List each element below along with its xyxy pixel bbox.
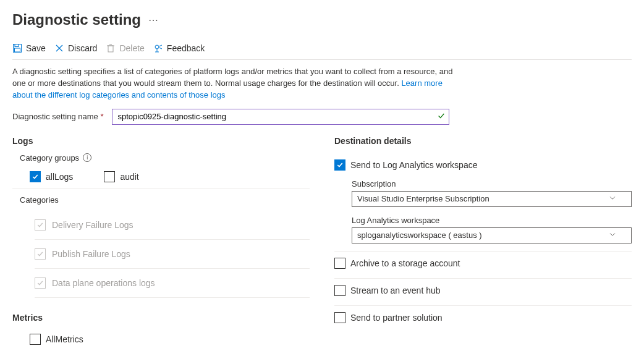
chevron-down-icon bbox=[609, 194, 616, 203]
chevron-down-icon bbox=[609, 231, 616, 240]
more-actions-icon[interactable]: ⋯ bbox=[146, 12, 161, 28]
discard-icon bbox=[54, 43, 64, 53]
intro-text: A diagnostic setting specifies a list of… bbox=[12, 66, 457, 101]
checkbox-unchecked-icon bbox=[104, 171, 115, 182]
allmetrics-checkbox[interactable]: AllMetrics bbox=[30, 334, 83, 345]
allmetrics-label: AllMetrics bbox=[46, 334, 83, 344]
required-asterisk: * bbox=[100, 112, 103, 121]
save-button[interactable]: Save bbox=[12, 43, 46, 53]
feedback-button[interactable]: Feedback bbox=[153, 43, 205, 53]
partner-checkbox[interactable]: Send to partner solution bbox=[334, 312, 443, 323]
audit-label: audit bbox=[120, 172, 138, 182]
save-icon bbox=[12, 43, 22, 53]
feedback-label: Feedback bbox=[167, 43, 205, 53]
toolbar-divider bbox=[12, 59, 632, 60]
svg-point-4 bbox=[155, 45, 159, 49]
delete-icon bbox=[106, 43, 116, 53]
workspace-label: Log Analytics workspace bbox=[352, 216, 632, 225]
subscription-label: Subscription bbox=[352, 179, 632, 188]
checkbox-disabled-icon bbox=[35, 248, 46, 260]
checkbox-unchecked-icon bbox=[30, 334, 41, 345]
categories-label: Categories bbox=[12, 195, 310, 205]
delete-button: Delete bbox=[106, 43, 144, 53]
category-item: Data plane operations logs bbox=[35, 269, 310, 298]
eventhub-label: Stream to an event hub bbox=[350, 286, 441, 295]
feedback-icon bbox=[153, 43, 163, 53]
logs-heading: Logs bbox=[12, 136, 310, 146]
setting-name-label: Diagnostic setting name * bbox=[12, 112, 103, 121]
discard-label: Discard bbox=[68, 43, 97, 53]
svg-rect-1 bbox=[15, 44, 19, 47]
storage-checkbox[interactable]: Archive to a storage account bbox=[334, 258, 460, 269]
svg-rect-2 bbox=[15, 48, 20, 52]
log-analytics-checkbox[interactable]: Send to Log Analytics workspace bbox=[334, 159, 477, 171]
toolbar: Save Discard Delete Feedback bbox=[12, 41, 632, 59]
subscription-select[interactable]: Visual Studio Enterprise Subscription bbox=[352, 191, 632, 207]
storage-label: Archive to a storage account bbox=[350, 258, 460, 268]
alllogs-label: allLogs bbox=[46, 172, 73, 182]
partner-label: Send to partner solution bbox=[350, 313, 443, 323]
checkbox-unchecked-icon bbox=[334, 258, 345, 269]
destination-heading: Destination details bbox=[334, 136, 632, 146]
checkbox-checked-icon bbox=[30, 171, 41, 182]
checkbox-unchecked-icon bbox=[334, 312, 345, 323]
log-analytics-label: Send to Log Analytics workspace bbox=[350, 160, 477, 170]
page-title: Diagnostic setting bbox=[12, 11, 141, 28]
save-label: Save bbox=[26, 43, 46, 53]
setting-name-input[interactable] bbox=[112, 109, 449, 125]
alllogs-checkbox[interactable]: allLogs bbox=[30, 171, 73, 182]
audit-checkbox[interactable]: audit bbox=[104, 171, 138, 182]
checkbox-checked-icon bbox=[334, 159, 345, 171]
info-icon[interactable]: i bbox=[83, 153, 91, 162]
checkbox-unchecked-icon bbox=[334, 285, 345, 296]
eventhub-checkbox[interactable]: Stream to an event hub bbox=[334, 285, 441, 296]
delete-label: Delete bbox=[119, 43, 144, 53]
category-groups-label: Category groups i bbox=[12, 153, 310, 163]
checkbox-disabled-icon bbox=[35, 219, 46, 231]
discard-button[interactable]: Discard bbox=[54, 43, 97, 53]
validation-check-icon bbox=[437, 111, 446, 122]
svg-rect-3 bbox=[108, 46, 113, 52]
category-item: Delivery Failure Logs bbox=[35, 211, 310, 240]
metrics-heading: Metrics bbox=[12, 313, 310, 323]
category-item: Publish Failure Logs bbox=[35, 240, 310, 269]
workspace-select[interactable]: sploganalyticsworkspace ( eastus ) bbox=[352, 227, 632, 243]
checkbox-disabled-icon bbox=[35, 277, 46, 289]
